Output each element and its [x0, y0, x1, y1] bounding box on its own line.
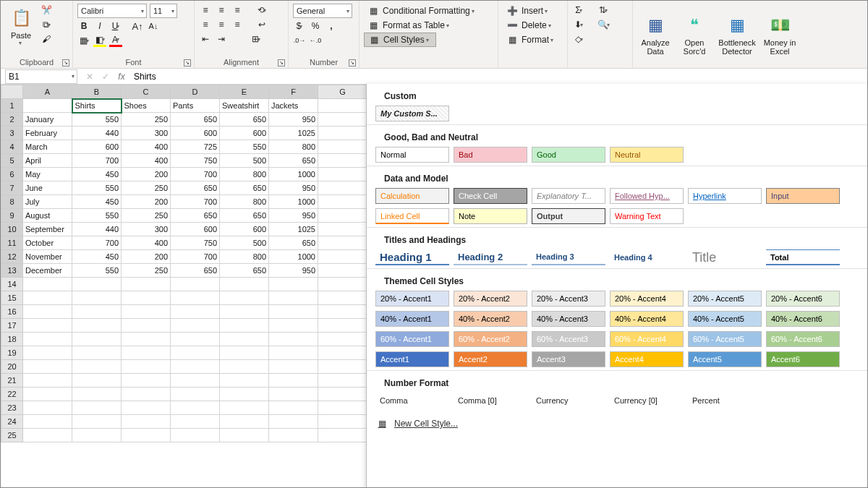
cell[interactable]: [269, 388, 318, 401]
cell[interactable]: [72, 388, 122, 401]
find-select-icon[interactable]: 🔍▾: [597, 18, 610, 31]
style-heading-4[interactable]: Heading 4: [610, 249, 684, 265]
cell[interactable]: February: [23, 127, 72, 140]
cell[interactable]: 250: [122, 264, 171, 278]
col-header-C[interactable]: C: [122, 85, 171, 99]
cell[interactable]: July: [23, 195, 72, 209]
cell[interactable]: 550: [220, 140, 269, 154]
style-60pct-accent5[interactable]: 60% - Accent5: [688, 331, 762, 347]
style-accent3[interactable]: Accent3: [532, 351, 605, 367]
cell[interactable]: [220, 415, 269, 429]
cell[interactable]: [72, 374, 122, 388]
style-40pct-accent1[interactable]: 40% - Accent1: [375, 311, 449, 327]
cell[interactable]: [318, 140, 367, 154]
cell[interactable]: 650: [220, 181, 269, 195]
cell[interactable]: 650: [171, 264, 220, 278]
font-dialog-icon[interactable]: ↘: [184, 59, 191, 67]
cell[interactable]: 200: [122, 195, 171, 209]
row-header-6[interactable]: 6: [1, 168, 23, 181]
fill-color-button[interactable]: ◧▾: [93, 34, 106, 47]
cell[interactable]: [220, 319, 269, 333]
cell[interactable]: [318, 319, 367, 333]
cell[interactable]: 600: [171, 127, 220, 140]
cell[interactable]: [318, 429, 367, 442]
cell[interactable]: [171, 374, 220, 388]
cell[interactable]: 600: [171, 223, 220, 236]
cell[interactable]: [269, 360, 318, 374]
cell[interactable]: [220, 388, 269, 401]
cell[interactable]: [269, 374, 318, 388]
row-header-8[interactable]: 8: [1, 195, 23, 209]
cell[interactable]: [269, 429, 318, 442]
font-color-button[interactable]: A▾: [109, 34, 122, 47]
cell[interactable]: [318, 278, 367, 291]
cell[interactable]: [318, 113, 367, 127]
font-size-combo[interactable]: 11: [150, 4, 177, 18]
cell[interactable]: [220, 374, 269, 388]
select-all-corner[interactable]: [1, 85, 23, 99]
style-title[interactable]: Title: [688, 249, 762, 265]
cell[interactable]: [171, 291, 220, 305]
row-header-15[interactable]: 15: [1, 291, 23, 305]
font-name-combo[interactable]: Calibri: [77, 4, 147, 18]
cell[interactable]: [269, 319, 318, 333]
bold-button[interactable]: B: [77, 20, 90, 33]
clipboard-dialog-icon[interactable]: ↘: [62, 59, 69, 67]
col-header-A[interactable]: A: [23, 85, 72, 99]
cell[interactable]: 600: [220, 223, 269, 236]
align-middle-icon[interactable]: ≡: [215, 4, 228, 17]
money-excel-button[interactable]: 💵Money in Excel: [762, 11, 798, 59]
number-format-combo[interactable]: General: [293, 4, 352, 18]
cell[interactable]: [220, 278, 269, 291]
cell[interactable]: Shirts: [72, 99, 122, 113]
cell[interactable]: [122, 429, 171, 442]
cell[interactable]: [23, 346, 72, 360]
cell[interactable]: [72, 346, 122, 360]
cell[interactable]: 650: [220, 113, 269, 127]
cell[interactable]: 650: [220, 209, 269, 223]
cell[interactable]: [318, 333, 367, 346]
cell[interactable]: [318, 264, 367, 278]
cell[interactable]: 600: [72, 140, 122, 154]
orientation-icon[interactable]: ⟲▾: [255, 4, 268, 17]
style-40pct-accent5[interactable]: 40% - Accent5: [688, 311, 762, 327]
cell[interactable]: Pants: [171, 99, 220, 113]
alignment-dialog-icon[interactable]: ↘: [278, 59, 285, 67]
cell[interactable]: [72, 278, 122, 291]
cell[interactable]: [269, 415, 318, 429]
cell[interactable]: 400: [122, 236, 171, 250]
cell[interactable]: Sweatshirt: [220, 99, 269, 113]
decrease-decimal-icon[interactable]: ←.0: [309, 34, 322, 47]
cell[interactable]: [171, 401, 220, 415]
style-40pct-accent3[interactable]: 40% - Accent3: [532, 311, 605, 327]
row-header-13[interactable]: 13: [1, 264, 23, 278]
style-heading-1[interactable]: Heading 1: [375, 249, 449, 265]
cell[interactable]: [171, 333, 220, 346]
cell[interactable]: Jackets: [269, 99, 318, 113]
style-40pct-accent4[interactable]: 40% - Accent4: [610, 311, 684, 327]
delete-cells-button[interactable]: ➖Delete▾: [503, 18, 563, 33]
cell[interactable]: [23, 401, 72, 415]
row-header-10[interactable]: 10: [1, 223, 23, 236]
style-explanatory-t-[interactable]: Explanatory T...: [532, 188, 605, 204]
cell[interactable]: [171, 278, 220, 291]
row-header-7[interactable]: 7: [1, 181, 23, 195]
cell[interactable]: [171, 319, 220, 333]
cell[interactable]: 700: [171, 168, 220, 181]
cell[interactable]: [122, 374, 171, 388]
number-dialog-icon[interactable]: ↘: [349, 59, 356, 67]
row-header-14[interactable]: 14: [1, 278, 23, 291]
format-as-table-button[interactable]: ▦Format as Table▾: [364, 18, 493, 33]
cell[interactable]: April: [23, 154, 72, 168]
cell[interactable]: [269, 346, 318, 360]
style-40pct-accent2[interactable]: 40% - Accent2: [454, 311, 527, 327]
cell[interactable]: 440: [72, 127, 122, 140]
cell[interactable]: [23, 305, 72, 319]
align-bottom-icon[interactable]: ≡: [231, 4, 244, 17]
cell[interactable]: 950: [269, 181, 318, 195]
cell[interactable]: October: [23, 236, 72, 250]
cell[interactable]: [23, 99, 72, 113]
cell[interactable]: [72, 305, 122, 319]
style-20pct-accent3[interactable]: 20% - Accent3: [532, 291, 605, 307]
percent-format-icon[interactable]: %: [309, 20, 322, 33]
